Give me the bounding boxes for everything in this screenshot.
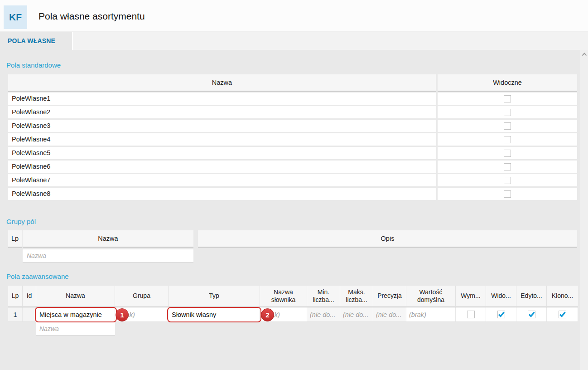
checkbox-widoczne[interactable] [504,150,511,157]
cell-klonowane [547,307,578,322]
column-header-id: Id [23,286,36,307]
cell-visible [438,106,577,118]
cell-id [23,307,36,322]
column-header-widoczne: Widoczne [438,74,577,92]
advanced-table-row[interactable]: 1 (brak) (brak) (nie do... (nie do... (n… [8,307,577,322]
cell-maks-liczba: (nie do... [340,307,373,322]
tab-pola-wlasne[interactable]: POLA WŁASNE [0,32,73,50]
cell-field-name: PoleWlasne2 [8,106,436,118]
field-type-input[interactable] [169,307,260,321]
cell-edytowalne [516,307,547,322]
cell-min-liczba: (nie do... [307,307,340,322]
column-header-maks-liczba: Maks. liczba... [340,286,373,307]
table-row[interactable]: PoleWlasne5 [8,147,577,159]
column-header-nazwa-slownika: Nazwa słownika [260,286,307,307]
column-header-wartosc-domyslna: Wartość domyślna [406,286,456,307]
group-name-input[interactable] [23,249,193,263]
column-header-min-liczba: Min. liczba... [307,286,340,307]
checkbox-klonowane[interactable] [559,311,566,318]
cell-wymagane [456,307,486,322]
table-row[interactable]: PoleWlasne3 [8,120,577,132]
cell-field-name: PoleWlasne4 [8,133,436,146]
table-row[interactable]: PoleWlasne7 [8,174,577,186]
checkbox-wymagane[interactable] [467,311,475,318]
cell-lp: 1 [8,307,23,322]
cell-widoczne [486,307,516,322]
cell-visible [438,147,577,159]
checkmark-icon [498,312,505,317]
column-header-edytowalne: Edyto... [516,286,547,307]
cell-nazwa [36,307,115,322]
column-header-precyzja: Precyzja [373,286,406,307]
advanced-fields-table: Lp Id Nazwa Grupa Typ Nazwa słownika Min… [8,286,577,322]
checkbox-widoczne[interactable] [504,109,511,116]
checkbox-widoczne[interactable] [504,190,511,198]
new-field-name-input[interactable] [36,322,115,336]
checkbox-widoczne[interactable] [504,163,511,170]
cell-visible [438,161,577,173]
column-header-klonowane: Klono... [547,286,578,307]
advanced-table-header: Lp Id Nazwa Grupa Typ Nazwa słownika Min… [8,286,577,307]
cell-field-name: PoleWlasne5 [8,147,436,159]
cell-field-name: PoleWlasne6 [8,161,436,173]
table-row[interactable]: PoleWlasne6 [8,161,577,173]
cell-field-name: PoleWlasne7 [8,174,436,186]
field-name-input[interactable] [36,307,115,321]
section-title-advanced: Pola zaawansowane [6,273,69,280]
checkbox-widoczne[interactable] [504,95,511,102]
cell-visible [438,120,577,132]
chevron-up-icon[interactable] [582,52,587,57]
cell-field-name: PoleWlasne8 [8,188,436,200]
cell-visible [438,133,577,146]
cell-visible [438,188,577,200]
cell-precyzja: (nie do... [373,307,406,322]
app-header: KF Pola własne asortymentu [0,0,588,32]
checkmark-icon [559,312,566,317]
column-header-nazwa: Nazwa [36,286,115,307]
cell-visible [438,92,577,105]
tab-strip: POLA WŁASNE [0,32,588,50]
table-row[interactable]: PoleWlasne8 [8,188,577,200]
section-title-groups: Grupy pól [6,218,36,225]
standard-fields-table: Nazwa Widoczne PoleWlasne1PoleWlasne2Pol… [8,74,577,201]
column-header-lp: Lp [8,230,22,248]
cell-field-name: PoleWlasne3 [8,120,436,132]
annotation-badge-2: 2 [261,308,274,321]
column-header-widoczne: Wido... [486,286,516,307]
cell-wartosc-domyslna[interactable]: (brak) [406,307,456,322]
column-header-nazwa: Nazwa [23,230,193,248]
checkbox-widoczne[interactable] [504,136,511,143]
column-header-grupa: Grupa [115,286,169,307]
cell-field-name: PoleWlasne1 [8,92,436,105]
checkbox-widoczne[interactable] [497,311,505,318]
column-header-wymagane: Wym... [456,286,486,307]
table-row[interactable]: PoleWlasne2 [8,106,577,118]
annotation-badge-1: 1 [116,308,129,321]
standard-table-header: Nazwa Widoczne [8,74,577,92]
column-header-lp: Lp [8,286,23,307]
tab-label: POLA WŁASNE [0,32,72,50]
section-title-standard: Pola standardowe [6,61,61,69]
table-row[interactable]: PoleWlasne1 [8,92,577,105]
checkbox-edytowalne[interactable] [528,311,535,318]
checkmark-icon [528,312,535,317]
column-header-nazwa: Nazwa [8,74,436,92]
column-header-opis: Opis [198,230,577,248]
vertical-scrollbar[interactable] [580,50,588,370]
column-header-typ: Typ [169,286,260,307]
checkbox-widoczne[interactable] [504,177,511,184]
table-row[interactable]: PoleWlasne4 [8,133,577,146]
cell-visible [438,174,577,186]
cell-typ [169,307,260,322]
page-title: Pola własne asortymentu [39,0,145,32]
app-logo: KF [4,5,27,29]
checkbox-widoczne[interactable] [504,122,511,130]
